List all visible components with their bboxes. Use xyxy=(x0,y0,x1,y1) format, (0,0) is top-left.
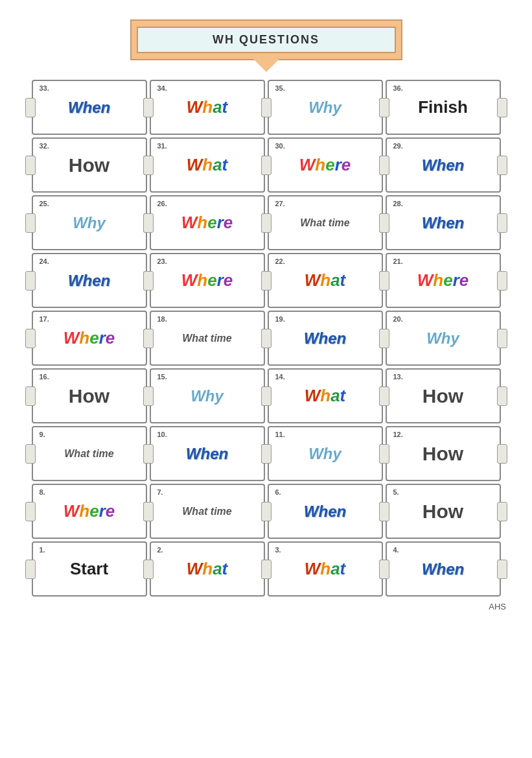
grid-cell[interactable]: 28. When xyxy=(386,195,501,250)
cell-number: 26. xyxy=(157,200,167,207)
grid-cell[interactable]: 9. What time xyxy=(32,426,147,481)
grid-row: 25. Why 26. Where 27. What time 28. When xyxy=(19,195,513,250)
grid-cell[interactable]: 1. Start xyxy=(32,541,147,597)
title-box: WH QUESTIONS xyxy=(130,19,402,60)
cell-number: 24. xyxy=(40,257,49,265)
cell-number: 22. xyxy=(275,257,285,265)
grid-cell[interactable]: 30. Where xyxy=(268,137,383,193)
cell-number: 20. xyxy=(393,315,403,323)
cell-number: 28. xyxy=(393,200,403,207)
cell-number: 27. xyxy=(275,200,285,207)
title-arrow xyxy=(253,59,279,72)
grid-cell[interactable]: 14. What xyxy=(268,368,383,423)
cell-number: 3. xyxy=(275,546,281,554)
cell-number: 25. xyxy=(40,200,49,207)
cell-number: 34. xyxy=(157,84,167,92)
cell-number: 21. xyxy=(393,257,403,265)
grid-cell[interactable]: 20. Why xyxy=(386,311,501,366)
cell-number: 9. xyxy=(40,431,45,438)
grid-row: 24. When 23. Where 22. What 21. Where xyxy=(19,253,513,308)
footer: AHS xyxy=(13,602,519,611)
cell-number: 29. xyxy=(393,142,403,150)
cell-number: 32. xyxy=(40,142,49,150)
grid-cell[interactable]: 32. How xyxy=(32,137,147,193)
cell-number: 18. xyxy=(157,315,167,323)
grid-cell[interactable]: 33. When xyxy=(32,80,147,135)
cell-number: 31. xyxy=(157,142,167,150)
page-title-area: WH QUESTIONS xyxy=(13,19,519,60)
cell-number: 11. xyxy=(275,431,285,438)
cell-number: 7. xyxy=(157,488,163,496)
grid-cell[interactable]: 17. Where xyxy=(32,311,147,366)
cell-number: 8. xyxy=(40,488,45,496)
grid-row: 32. How 31. What 30. Where 29. When xyxy=(19,137,513,193)
cell-number: 2. xyxy=(157,546,163,554)
grid-cell[interactable]: 25. Why xyxy=(32,195,147,250)
cell-number: 14. xyxy=(275,373,285,381)
grid-row: 33. When 34. What 35. Why 36. Finish xyxy=(19,80,513,135)
page-title: WH QUESTIONS xyxy=(213,33,319,46)
cell-number: 10. xyxy=(157,431,167,438)
grid-cell[interactable]: 29. When xyxy=(386,137,501,193)
cell-number: 30. xyxy=(275,142,285,150)
grid-cell[interactable]: 15. Why xyxy=(150,368,265,423)
grid-cell[interactable]: 6. When xyxy=(268,484,383,539)
grid-row: 16. How 15. Why 14. What 13. How xyxy=(19,368,513,423)
grid-cell[interactable]: 23. Where xyxy=(150,253,265,308)
grid-cell[interactable]: 5. How xyxy=(386,484,501,539)
grid-cell[interactable]: 26. Where xyxy=(150,195,265,250)
cell-number: 15. xyxy=(157,373,167,381)
cell-number: 36. xyxy=(393,84,403,92)
grid-row: 8. Where 7. What time 6. When 5. How xyxy=(19,484,513,539)
grid-cell[interactable]: 34. What xyxy=(150,80,265,135)
grid-cell[interactable]: 13. How xyxy=(386,368,501,423)
cell-number: 35. xyxy=(275,84,285,92)
cell-number: 12. xyxy=(393,431,403,438)
grid-cell[interactable]: 31. What xyxy=(150,137,265,193)
grid-cell[interactable]: 18. What time xyxy=(150,311,265,366)
cell-number: 13. xyxy=(393,373,403,381)
grid-cell[interactable]: 22. What xyxy=(268,253,383,308)
grid-cell[interactable]: 19. When xyxy=(268,311,383,366)
grid-cell[interactable]: 8. Where xyxy=(32,484,147,539)
grid-cell[interactable]: 3. What xyxy=(268,541,383,597)
grid-cell[interactable]: 21. Where xyxy=(386,253,501,308)
grid-cell[interactable]: 16. How xyxy=(32,368,147,423)
cell-number: 1. xyxy=(40,546,45,554)
grid-cell[interactable]: 35. Why xyxy=(268,80,383,135)
cell-number: 16. xyxy=(40,373,49,381)
grid-row: 9. What time 10. When 11. Why 12. How xyxy=(19,426,513,481)
grid-cell[interactable]: 10. When xyxy=(150,426,265,481)
grid-cell[interactable]: 11. Why xyxy=(268,426,383,481)
grid-cell[interactable]: 7. What time xyxy=(150,484,265,539)
cell-number: 19. xyxy=(275,315,285,323)
cell-number: 33. xyxy=(40,84,49,92)
grid-row: 17. Where 18. What time 19. When 20. Why xyxy=(19,311,513,366)
title-inner: WH QUESTIONS xyxy=(137,27,396,53)
grid-cell[interactable]: 12. How xyxy=(386,426,501,481)
cell-number: 4. xyxy=(393,546,399,554)
grid-cell[interactable]: 24. When xyxy=(32,253,147,308)
grid-container: 33. When 34. What 35. Why 36. Finish 32.… xyxy=(13,80,519,597)
cell-number: 6. xyxy=(275,488,281,496)
cell-number: 5. xyxy=(393,488,399,496)
grid-row: 1. Start 2. What 3. What 4. When xyxy=(19,541,513,597)
grid-cell[interactable]: 36. Finish xyxy=(386,80,501,135)
grid-cell[interactable]: 2. What xyxy=(150,541,265,597)
cell-number: 23. xyxy=(157,257,167,265)
cell-number: 17. xyxy=(40,315,49,323)
grid-cell[interactable]: 27. What time xyxy=(268,195,383,250)
grid-cell[interactable]: 4. When xyxy=(386,541,501,597)
